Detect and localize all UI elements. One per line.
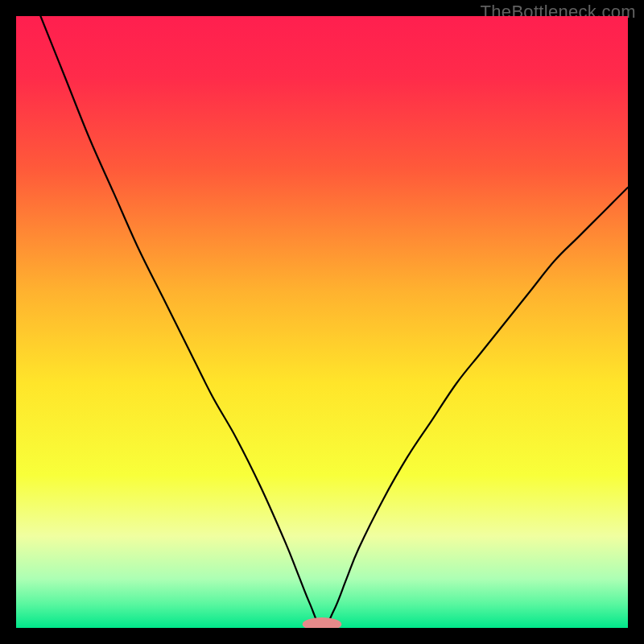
chart-svg xyxy=(16,16,628,628)
plot-area xyxy=(16,16,628,628)
gradient-background xyxy=(16,16,628,628)
chart-frame: TheBottleneck.com xyxy=(0,0,644,644)
